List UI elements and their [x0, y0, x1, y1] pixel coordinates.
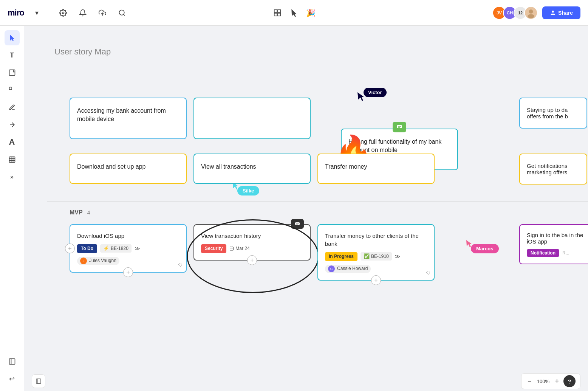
text-tool[interactable]: T: [5, 48, 20, 63]
add-btn-card3[interactable]: +: [371, 275, 381, 285]
dev-card-3-footer: In Progress ✅ BE-1910 ≫: [325, 252, 427, 261]
jules-name: Jules Vaughn: [89, 258, 116, 264]
pencil-tool[interactable]: [5, 100, 20, 115]
chevron-down-btn[interactable]: ▾: [30, 6, 44, 20]
dev-card-3-title: Transfer money to other clients of the b…: [325, 232, 427, 248]
silke-cursor-label: Silke: [237, 186, 259, 196]
task-card-1-text: Download and set up app: [77, 163, 145, 170]
dev-card-partial[interactable]: Sign in to the ba in the iOS app Notific…: [519, 224, 588, 264]
dev-card-1-footer: To Do ⚡ BE-1820 ≫: [77, 244, 179, 253]
share-button[interactable]: Share: [542, 6, 580, 19]
task-card-partial[interactable]: Get notifications marketing offers: [519, 154, 587, 185]
marcos-cursor-label: Marcos: [471, 244, 499, 253]
dev-card-2-date: Mar 24: [229, 245, 249, 252]
add-btn-card1-left[interactable]: +: [65, 244, 75, 253]
svg-point-2: [119, 10, 124, 15]
victor-cursor: Victor: [357, 92, 365, 103]
sticky-tool[interactable]: [5, 65, 20, 80]
pointer-btn[interactable]: [286, 5, 302, 20]
marcos-cursor: Marcos: [466, 239, 472, 249]
center-toolbar: 🎉: [270, 0, 318, 26]
topbar-divider: [50, 7, 50, 19]
task-card-2-text: View all transactions: [201, 163, 256, 170]
dev-card-1[interactable]: Download iOS app To Do ⚡ BE-1820 ≫ J Jul…: [70, 224, 187, 273]
dev-card-1-ticket: ⚡ BE-1820: [100, 244, 132, 253]
svg-point-13: [529, 9, 533, 14]
bottom-bar: − 100% + ?: [24, 371, 588, 391]
settings-btn[interactable]: [56, 6, 70, 20]
topbar: miro ▾ 🎉 JV CH: [0, 0, 588, 26]
topbar-left: miro ▾: [8, 6, 129, 20]
zoom-level: 100%: [536, 379, 550, 384]
svg-text:JV: JV: [497, 10, 502, 15]
task-card-1[interactable]: Download and set up app: [70, 154, 187, 184]
add-btn-card2[interactable]: +: [247, 255, 257, 265]
canvas: User story Map Victor Silke Marcos Acce: [24, 26, 588, 391]
line-tool[interactable]: [5, 117, 20, 132]
board-title: User story Map: [54, 47, 111, 57]
cassie-avatar: C: [328, 265, 335, 272]
chat-badge-2: [291, 219, 304, 229]
story-card-partial[interactable]: Staying up to da offers from the b: [519, 98, 587, 129]
search-btn[interactable]: [115, 6, 129, 20]
panel-toggle-btn[interactable]: [32, 374, 45, 388]
jules-avatar: J: [80, 258, 87, 264]
cassie-name: Cassie Howard: [337, 265, 368, 272]
notifications-btn[interactable]: [76, 6, 90, 20]
h-separator: [47, 202, 588, 202]
dev-card-partial-title: Sign in to the ba in the iOS app: [527, 232, 583, 245]
zoom-out-btn[interactable]: −: [526, 377, 533, 385]
mvp-count: 4: [87, 209, 90, 216]
chat-icon-story-2: [393, 122, 406, 132]
avatar-group: JV CH 12: [492, 6, 538, 20]
shapes-tool[interactable]: [5, 82, 20, 98]
cursor-tool[interactable]: [5, 30, 20, 45]
dev-card-2-footer: Security Mar 24: [201, 244, 303, 253]
svg-rect-4: [274, 10, 277, 12]
celebration-btn[interactable]: 🎉: [303, 5, 318, 20]
svg-rect-19: [9, 157, 15, 163]
svg-text:CH: CH: [507, 10, 513, 15]
task-card-3-text: Transfer money: [325, 163, 367, 170]
cassie-chip: C Cassie Howard: [325, 265, 371, 273]
avatar-user: [524, 6, 538, 20]
dev-card-1-priority[interactable]: ≫: [135, 245, 140, 253]
dev-card-3-priority[interactable]: ≫: [395, 253, 401, 261]
svg-rect-17: [9, 87, 12, 90]
svg-point-0: [62, 12, 64, 14]
panel-toggle[interactable]: [5, 354, 20, 369]
dev-card-2[interactable]: View transaction history Security Mar 24…: [193, 224, 311, 261]
dev-card-partial-footer: Notification R...: [527, 249, 583, 257]
dev-card-2-badge: Security: [201, 244, 226, 253]
miro-logo: miro: [8, 8, 24, 18]
board-content: Victor Silke Marcos Accessing my bank ac…: [47, 67, 588, 361]
undo-tool[interactable]: ↩: [5, 371, 20, 386]
zoom-in-btn[interactable]: +: [553, 377, 560, 385]
frame-tool[interactable]: [5, 152, 20, 167]
victor-cursor-label: Victor: [364, 88, 387, 97]
shapes-btn[interactable]: [270, 5, 285, 20]
zoom-controls: − 100% + ?: [521, 373, 580, 389]
mvp-header: MVP 4: [70, 209, 90, 216]
left-sidebar: T A » ↩: [0, 26, 24, 391]
dev-card-1-badge: To Do: [77, 244, 97, 253]
add-btn-card1[interactable]: +: [123, 267, 133, 277]
task-card-2[interactable]: View all transactions: [193, 154, 311, 184]
svg-rect-16: [9, 70, 15, 76]
dev-card-partial-badge: Notification: [527, 249, 559, 257]
dev-card-1-user: J Jules Vaughn: [77, 257, 179, 265]
topbar-right: JV CH 12 Share: [492, 6, 580, 20]
story-card-2-wrapper: Having full functionality of my bank acc…: [193, 98, 311, 139]
dev-card-3-ticket: ✅ BE-1910: [361, 252, 392, 261]
text-large-tool[interactable]: A: [5, 135, 20, 150]
task-card-3[interactable]: Transfer money: [317, 154, 435, 184]
upload-btn[interactable]: [96, 6, 109, 20]
dev-card-3[interactable]: Transfer money to other clients of the b…: [317, 224, 435, 281]
more-tool[interactable]: »: [5, 169, 20, 185]
jules-chip: J Jules Vaughn: [77, 257, 119, 265]
dev-card-3-badge: In Progress: [325, 252, 357, 261]
task-card-partial-text: Get notifications marketing offers: [527, 163, 568, 175]
help-btn[interactable]: ?: [563, 375, 576, 387]
story-card-1[interactable]: Accessing my bank account from mobile de…: [70, 98, 187, 139]
svg-line-3: [124, 14, 125, 16]
